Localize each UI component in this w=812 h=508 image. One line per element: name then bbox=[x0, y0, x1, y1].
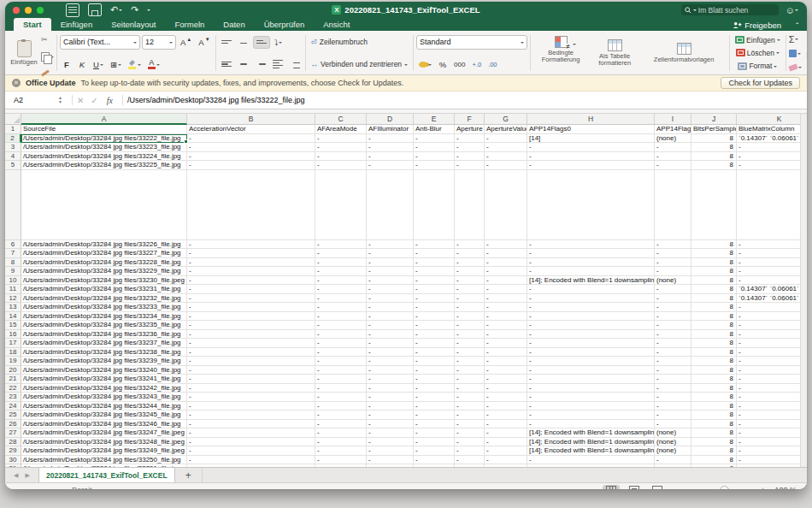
column-header-A[interactable]: A bbox=[21, 114, 187, 125]
cell-J2[interactable]: 8 bbox=[691, 134, 737, 144]
cell-K17[interactable]: - bbox=[737, 339, 807, 348]
cell-G8[interactable]: - bbox=[485, 258, 527, 268]
cell-I13[interactable]: - bbox=[655, 303, 691, 312]
cell-G20[interactable]: - bbox=[485, 366, 527, 375]
cell-I17[interactable]: - bbox=[655, 339, 691, 348]
cell-E22[interactable]: - bbox=[414, 384, 455, 393]
cell-K25[interactable]: - bbox=[737, 411, 807, 420]
cell-K27[interactable]: - bbox=[737, 428, 807, 438]
column-header-H[interactable]: H bbox=[527, 114, 655, 125]
cell-H7[interactable]: - bbox=[527, 249, 655, 258]
cell-J27[interactable]: 8 bbox=[691, 428, 737, 438]
increase-font-button[interactable]: A▲ bbox=[178, 36, 194, 49]
cell-H10[interactable]: [14]; Encoded with Blend=1 downsampling bbox=[527, 276, 655, 286]
cell-K30[interactable]: - bbox=[737, 456, 807, 465]
cell-J26[interactable]: 8 bbox=[691, 420, 737, 429]
cell-E9[interactable]: - bbox=[414, 267, 455, 276]
cell-H31[interactable]: - bbox=[527, 464, 655, 467]
redo-button[interactable]: ↷ bbox=[131, 5, 138, 15]
cell-K28[interactable]: - bbox=[737, 438, 807, 447]
cell-K14[interactable]: - bbox=[737, 312, 807, 322]
cell-H18[interactable]: - bbox=[527, 348, 655, 357]
cell-A4[interactable]: /Users/admin/Desktop/33284 jpg files/332… bbox=[21, 152, 187, 162]
cell-I22[interactable]: - bbox=[655, 384, 691, 393]
cell-J11[interactable]: 8 bbox=[691, 285, 737, 294]
cell-I26[interactable]: - bbox=[655, 420, 691, 429]
cell-B[interactable] bbox=[187, 170, 315, 240]
cell-F25[interactable]: - bbox=[455, 411, 485, 420]
cell-I7[interactable]: - bbox=[655, 249, 691, 258]
cell-H5[interactable]: - bbox=[527, 161, 655, 170]
cell-G[interactable] bbox=[485, 170, 527, 240]
cell-F[interactable] bbox=[455, 170, 485, 240]
row-header-14[interactable]: 14 bbox=[5, 312, 21, 322]
cell-F17[interactable]: - bbox=[455, 339, 485, 348]
cell-B10[interactable]: - bbox=[187, 276, 315, 286]
cell-I3[interactable]: - bbox=[655, 143, 691, 152]
row-header-13[interactable]: 13 bbox=[5, 303, 21, 312]
zoom-in-button[interactable]: + bbox=[761, 486, 765, 489]
cell-E27[interactable]: - bbox=[414, 428, 455, 438]
cell-G7[interactable]: - bbox=[485, 249, 527, 258]
cell-D12[interactable]: - bbox=[367, 294, 414, 304]
cell-J5[interactable]: 8 bbox=[691, 161, 737, 170]
cell-C9[interactable]: - bbox=[315, 267, 367, 276]
cell-G15[interactable]: - bbox=[485, 321, 527, 330]
cell-F11[interactable]: - bbox=[455, 285, 485, 294]
currency-format-button[interactable] bbox=[416, 58, 434, 71]
cell-A[interactable] bbox=[21, 170, 187, 240]
cell-F15[interactable]: - bbox=[455, 321, 485, 330]
row-header-2[interactable]: 2 bbox=[5, 134, 21, 144]
cell-F21[interactable]: - bbox=[455, 375, 485, 384]
cancel-entry-button[interactable]: ✕ bbox=[77, 96, 84, 105]
cell-K20[interactable]: - bbox=[737, 366, 807, 375]
row-header-11[interactable]: 11 bbox=[5, 285, 21, 294]
cell-H12[interactable]: - bbox=[527, 294, 655, 304]
cell-G9[interactable]: - bbox=[485, 267, 527, 276]
cell-A1[interactable]: SourceFile bbox=[21, 125, 187, 134]
wrap-text-button[interactable]: ⏎ Zeilenumbruch bbox=[309, 36, 370, 49]
row-header-20[interactable]: 20 bbox=[5, 366, 21, 375]
cell-A6[interactable]: /Users/admin/Desktop/33284 jpg files/332… bbox=[21, 240, 187, 250]
cell-B24[interactable]: - bbox=[187, 402, 315, 411]
cell-K11[interactable]: `0.14307` `0.06061` `0.714 bbox=[737, 285, 807, 294]
cell-J16[interactable]: 8 bbox=[691, 330, 737, 340]
cell-G19[interactable]: - bbox=[485, 357, 527, 366]
italic-button[interactable]: K bbox=[75, 58, 89, 71]
zoom-out-button[interactable]: − bbox=[672, 486, 676, 489]
close-window-button[interactable] bbox=[13, 7, 20, 14]
cell-F26[interactable]: - bbox=[455, 420, 485, 429]
cell-H24[interactable]: - bbox=[527, 402, 655, 411]
cell-J29[interactable]: 8 bbox=[691, 446, 737, 456]
cell-F3[interactable]: - bbox=[455, 143, 485, 152]
cell-B2[interactable]: - bbox=[187, 134, 315, 144]
cell-C25[interactable]: - bbox=[315, 411, 367, 420]
cell-F29[interactable]: - bbox=[455, 446, 485, 456]
cell-B28[interactable]: - bbox=[187, 438, 315, 447]
cell-G22[interactable]: - bbox=[485, 384, 527, 393]
cell-I16[interactable]: - bbox=[655, 330, 691, 340]
row-header-23[interactable]: 23 bbox=[5, 393, 21, 402]
cell-B27[interactable]: - bbox=[187, 428, 315, 438]
cell-B16[interactable]: - bbox=[187, 330, 315, 340]
cell-E12[interactable]: - bbox=[414, 294, 455, 304]
cell-J30[interactable]: 8 bbox=[691, 456, 737, 465]
cell-D18[interactable]: - bbox=[367, 348, 414, 357]
cell-C30[interactable]: - bbox=[315, 456, 367, 465]
cell-B13[interactable]: - bbox=[187, 303, 315, 312]
cell-A19[interactable]: /Users/admin/Desktop/33284 jpg files/332… bbox=[21, 357, 187, 366]
cell-A18[interactable]: /Users/admin/Desktop/33284 jpg files/332… bbox=[21, 348, 187, 357]
cell-I24[interactable]: - bbox=[655, 402, 691, 411]
cell-D10[interactable]: - bbox=[367, 276, 414, 286]
cell-B4[interactable]: - bbox=[187, 152, 315, 162]
cell-B19[interactable]: - bbox=[187, 357, 315, 366]
column-header-D[interactable]: D bbox=[367, 114, 414, 125]
underline-button[interactable]: U bbox=[91, 58, 106, 71]
row-header-17[interactable]: 17 bbox=[5, 339, 21, 348]
cell-H23[interactable]: - bbox=[527, 393, 655, 402]
cell-C6[interactable]: - bbox=[315, 240, 367, 250]
row-header-15[interactable]: 15 bbox=[5, 321, 21, 330]
cell-I30[interactable]: - bbox=[655, 456, 691, 465]
row-header-31[interactable]: 31 bbox=[5, 464, 21, 467]
cell-J19[interactable]: 8 bbox=[691, 357, 737, 366]
